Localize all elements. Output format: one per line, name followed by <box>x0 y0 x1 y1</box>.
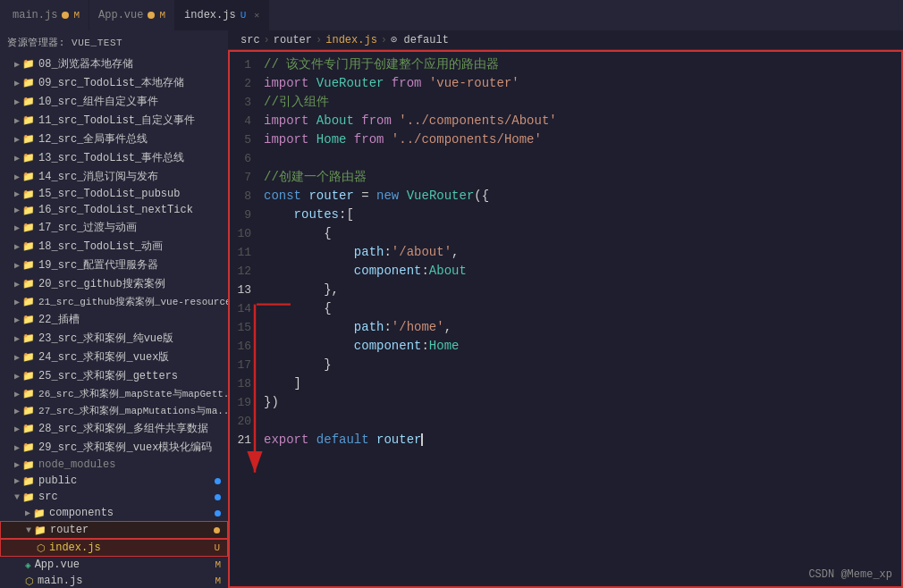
line-number: 20 <box>230 413 264 431</box>
sidebar-item-09[interactable]: ▶ 📁 09_src_TodoList_本地存储 <box>0 73 228 92</box>
sidebar-item-label: 10_src_组件自定义事件 <box>38 94 158 109</box>
sidebar-item-label: 14_src_消息订阅与发布 <box>38 169 158 184</box>
js-file-icon: ⬡ <box>25 575 34 587</box>
chevron-icon: ▶ <box>14 389 20 399</box>
code-line-13: 13 }, <box>230 281 901 299</box>
sidebar-item-08[interactable]: ▶ 📁 08_浏览器本地存储 <box>0 55 228 73</box>
sidebar-item-label: 08_浏览器本地存储 <box>38 56 133 71</box>
code-text: ] <box>264 374 901 392</box>
sidebar-item-29[interactable]: ▶ 📁 29_src_求和案例_vuex模块化编码 <box>0 438 228 457</box>
folder-icon: 📁 <box>34 525 46 536</box>
code-line-11: 11 path:'/about', <box>230 243 901 262</box>
code-line-18: 18 ] <box>230 374 901 393</box>
sidebar-item-19[interactable]: ▶ 📁 19_src_配置代理服务器 <box>0 256 228 274</box>
sidebar-item-router[interactable]: ▼ 📁 router <box>0 521 228 539</box>
line-number: 13 <box>230 281 264 299</box>
vue-file-icon: ◈ <box>25 559 31 571</box>
code-line-5: 5 import Home from '../components/Home' <box>230 130 901 149</box>
chevron-icon: ▶ <box>14 78 20 88</box>
tab-close-icon[interactable]: ✕ <box>254 10 259 21</box>
tab-index-js[interactable]: index.js U ✕ <box>175 0 269 30</box>
sidebar-item-label: 28_src_求和案例_多组件共享数据 <box>38 421 208 436</box>
folder-icon: 📁 <box>22 240 35 252</box>
line-number: 1 <box>230 56 264 74</box>
code-line-20: 20 <box>230 412 901 431</box>
badge-dot <box>214 527 220 533</box>
chevron-icon: ▶ <box>14 459 20 470</box>
breadcrumb-indexjs: index.js <box>325 34 377 46</box>
code-text: component:About <box>264 262 901 280</box>
sidebar-item-12[interactable]: ▶ 📁 12_src_全局事件总线 <box>0 130 228 148</box>
code-text <box>264 149 901 167</box>
chevron-icon: ▶ <box>14 260 20 271</box>
sidebar-item-components[interactable]: ▶ 📁 components <box>0 505 228 521</box>
js-file-icon: ⬡ <box>37 542 46 554</box>
code-content[interactable]: 1 // 该文件专门用于创建整个应用的路由器 2 import VueRoute… <box>228 50 903 588</box>
sidebar-item-node-modules[interactable]: ▶ 📁 node_modules <box>0 457 228 473</box>
sidebar-item-18[interactable]: ▶ 📁 18_src_TodoList_动画 <box>0 237 228 256</box>
tab-main-js[interactable]: main.js M <box>4 0 89 30</box>
chevron-icon: ▶ <box>14 172 20 182</box>
folder-icon: 📁 <box>22 314 35 325</box>
code-line-10: 10 { <box>230 224 901 243</box>
sidebar-item-16[interactable]: ▶ 📁 16_src_TodoList_nextTick <box>0 202 228 218</box>
sidebar-item-11[interactable]: ▶ 📁 11_src_TodoList_自定义事件 <box>0 111 228 130</box>
chevron-icon: ▶ <box>14 205 20 215</box>
code-text: }) <box>264 393 901 411</box>
sidebar-item-27[interactable]: ▶ 📁 27_src_求和案例_mapMutations与ma... <box>0 402 228 419</box>
line-number: 14 <box>230 300 264 318</box>
tab-app-vue[interactable]: App.vue M <box>89 0 175 30</box>
sidebar-item-20[interactable]: ▶ 📁 20_src_github搜索案例 <box>0 274 228 293</box>
sidebar-item-label: components <box>49 507 114 519</box>
sidebar-item-label: 17_src_过渡与动画 <box>38 220 137 235</box>
breadcrumb-sep: › <box>381 34 387 46</box>
code-text: { <box>264 224 901 242</box>
line-number: 4 <box>230 113 264 130</box>
sidebar-item-28[interactable]: ▶ 📁 28_src_求和案例_多组件共享数据 <box>0 419 228 438</box>
tab-label: main.js <box>13 9 57 21</box>
breadcrumb-default: ⊙ default <box>391 33 449 46</box>
code-line-7: 7 //创建一个路由器 <box>230 168 901 187</box>
code-line-8: 8 const router = new VueRouter({ <box>230 187 901 206</box>
sidebar-item-public[interactable]: ▶ 📁 public <box>0 473 228 489</box>
sidebar-item-index-js[interactable]: ⬡ index.js U <box>0 539 228 557</box>
sidebar-item-26[interactable]: ▶ 📁 26_src_求和案例_mapState与mapGett... <box>0 385 228 402</box>
chevron-icon: ▶ <box>14 315 20 325</box>
tab-bar: main.js M App.vue M index.js U ✕ <box>0 0 903 30</box>
chevron-icon: ▶ <box>14 115 20 126</box>
sidebar-item-label: 09_src_TodoList_本地存储 <box>38 75 184 90</box>
sidebar-item-src[interactable]: ▼ 📁 src <box>0 489 228 505</box>
code-line-12: 12 component:About <box>230 262 901 281</box>
line-number: 3 <box>230 94 264 112</box>
sidebar-item-label: node_modules <box>38 458 115 471</box>
line-number: 8 <box>230 188 264 206</box>
sidebar-item-21[interactable]: ▶ 📁 21_src_github搜索案例_vue-resource <box>0 293 228 310</box>
line-number: 12 <box>230 263 264 281</box>
sidebar-item-13[interactable]: ▶ 📁 13_src_TodoList_事件总线 <box>0 148 228 167</box>
code-line-21: 21 export default router <box>230 431 901 449</box>
sidebar-item-app-vue[interactable]: ◈ App.vue M <box>0 557 228 573</box>
line-number: 9 <box>230 206 264 224</box>
sidebar-item-10[interactable]: ▶ 📁 10_src_组件自定义事件 <box>0 92 228 111</box>
chevron-icon: ▼ <box>26 525 31 535</box>
code-text: //引入组件 <box>264 93 901 111</box>
sidebar-item-main-js[interactable]: ⬡ main.js M <box>0 573 228 588</box>
chevron-icon: ▶ <box>14 59 20 70</box>
sidebar-item-24[interactable]: ▶ 📁 24_src_求和案例_vuex版 <box>0 348 228 366</box>
sidebar-item-label: 29_src_求和案例_vuex模块化编码 <box>38 440 212 455</box>
sidebar-item-25[interactable]: ▶ 📁 25_src_求和案例_getters <box>0 366 228 385</box>
sidebar-item-14[interactable]: ▶ 📁 14_src_消息订阅与发布 <box>0 167 228 186</box>
sidebar-item-23[interactable]: ▶ 📁 23_src_求和案例_纯vue版 <box>0 329 228 348</box>
chevron-icon: ▶ <box>14 333 20 344</box>
folder-icon: 📁 <box>22 491 35 503</box>
code-text: } <box>264 356 901 374</box>
folder-icon: 📁 <box>22 351 35 363</box>
line-number: 10 <box>230 225 264 243</box>
sidebar-item-22[interactable]: ▶ 📁 22_插槽 <box>0 310 228 329</box>
chevron-icon: ▶ <box>14 371 20 382</box>
line-number: 2 <box>230 75 264 93</box>
sidebar-item-17[interactable]: ▶ 📁 17_src_过渡与动画 <box>0 218 228 237</box>
sidebar-item-label: App.vue <box>35 559 80 571</box>
sidebar-item-label: main.js <box>38 575 82 587</box>
sidebar-item-15[interactable]: ▶ 📁 15_src_TodoList_pubsub <box>0 186 228 202</box>
